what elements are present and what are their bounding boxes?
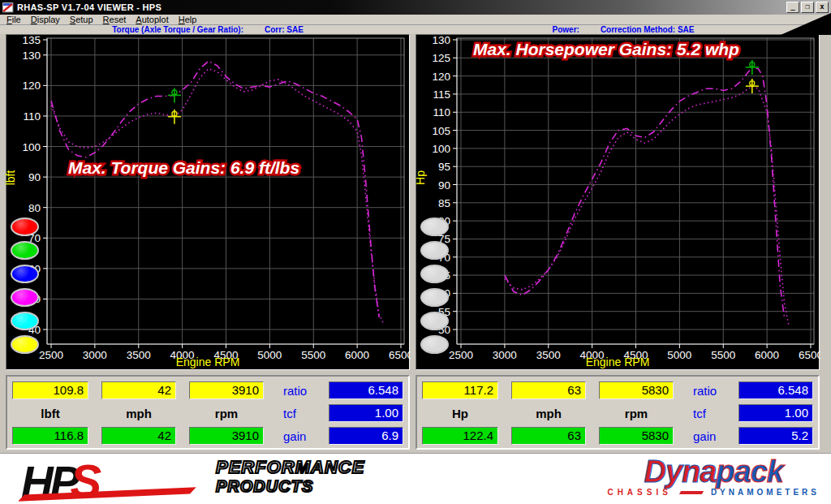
- speed-baseline-value-field: 63: [511, 381, 586, 399]
- power-plot[interactable]: 5055606570758085909510010511011512012513…: [416, 35, 820, 371]
- power-gain-annotation: Max. Horsepower Gains: 5.2 whp Max. Hors…: [473, 40, 739, 59]
- hp-modified-value-field: 122.4: [422, 427, 498, 445]
- charts-row: 4050607080901001101201301352500300035004…: [0, 34, 831, 370]
- svg-text:105: 105: [432, 125, 450, 137]
- speed-unit-label: mph: [101, 407, 176, 421]
- power-data-table: 117.2 63 5830 Hp mph rpm 122.4 63 5830 r…: [416, 375, 820, 450]
- dynapack-dynamometers-text: DYNAMOMETERS: [711, 488, 820, 497]
- hps-logo: HPS: [21, 454, 101, 504]
- torque-data-table: 109.8 42 3910 lbft mph rpm 116.8 42 3910…: [6, 375, 410, 450]
- svg-text:95: 95: [438, 161, 450, 173]
- svg-text:130: 130: [22, 50, 41, 62]
- panel-headers: Torque (Axle Torque / Gear Ratio): Corr:…: [0, 25, 831, 34]
- rpm-baseline-value-field: 5830: [599, 381, 674, 399]
- channel-button-5[interactable]: [420, 312, 449, 330]
- close-button[interactable]: x: [816, 2, 829, 13]
- torque-header-label: Torque (Axle Torque / Gear Ratio):: [112, 25, 243, 34]
- speed-baseline-value-field: 42: [101, 381, 176, 399]
- gain-label: gain: [283, 429, 306, 443]
- rpm-unit-label: rpm: [189, 407, 264, 421]
- power-header: Power: Correction Method: SAE: [416, 25, 831, 34]
- power-x-axis-label: Engine RPM: [416, 355, 819, 368]
- torque-baseline-value-field: 109.8: [12, 381, 88, 399]
- svg-text:115: 115: [433, 88, 450, 101]
- svg-text:125: 125: [432, 52, 450, 64]
- ratio-value-field: 6.548: [329, 381, 403, 399]
- gain-value-field: 5.2: [738, 427, 813, 445]
- svg-text:110: 110: [23, 110, 41, 123]
- dynapack-logo: Dynapack CHASSIS DYNAMOMETERS: [607, 456, 820, 497]
- hps-products-text: PRODUCTS: [216, 477, 364, 496]
- menu-bar: File Display Setup Reset Autoplot Help: [0, 15, 831, 25]
- tcf-value-field: 1.00: [329, 404, 403, 422]
- footer: HPS PERFORMANCE PRODUCTS Dynapack CHASSI…: [0, 453, 831, 504]
- menu-help[interactable]: Help: [174, 15, 202, 24]
- channel-button-2[interactable]: [11, 241, 39, 260]
- torque-plot[interactable]: 4050607080901001101201301352500300035004…: [6, 35, 411, 371]
- svg-text:110: 110: [433, 106, 450, 118]
- rpm-baseline-value-field: 3910: [189, 381, 264, 399]
- power-y-axis-label: Hp: [414, 170, 427, 185]
- hp-unit-label: Hp: [422, 407, 498, 421]
- torque-unit-label: lbft: [12, 407, 88, 421]
- hps-performance-text: PERFORMANCE: [216, 457, 364, 477]
- channel-button-3[interactable]: [420, 265, 449, 283]
- svg-text:130: 130: [432, 35, 450, 46]
- dynapack-logo-pack: pack: [716, 454, 783, 489]
- rpm-modified-value-field: 3910: [189, 427, 264, 445]
- channel-button-1[interactable]: [420, 218, 449, 236]
- channel-button-4[interactable]: [11, 288, 39, 307]
- torque-x-axis-label: Engine RPM: [6, 355, 409, 368]
- channel-button-4[interactable]: [420, 288, 449, 307]
- tcf-label: tcf: [283, 407, 296, 420]
- rpm-modified-value-field: 5830: [599, 427, 674, 445]
- channel-button-6[interactable]: [420, 335, 449, 354]
- svg-text:90: 90: [28, 171, 41, 183]
- restore-button[interactable]: ❐: [801, 2, 814, 13]
- gain-value-field: 6.9: [329, 427, 403, 445]
- svg-text:90: 90: [438, 179, 450, 192]
- hps-logo-words: PERFORMANCE PRODUCTS: [216, 457, 364, 496]
- tables-row: 109.8 42 3910 lbft mph rpm 116.8 42 3910…: [0, 370, 831, 453]
- power-header-label: Power:: [553, 25, 579, 34]
- dynapack-bar: [679, 491, 704, 494]
- menu-reset[interactable]: Reset: [98, 15, 131, 24]
- channel-button-6[interactable]: [11, 335, 39, 354]
- menu-file[interactable]: File: [2, 15, 26, 24]
- menu-setup[interactable]: Setup: [65, 15, 98, 24]
- svg-text:100: 100: [22, 141, 41, 153]
- ratio-value-field: 6.548: [738, 381, 813, 399]
- svg-text:120: 120: [22, 80, 41, 92]
- svg-text:120: 120: [432, 71, 450, 83]
- app-icon: [2, 2, 14, 13]
- dynapack-logo-dyna: Dyna: [644, 454, 716, 489]
- channel-button-3[interactable]: [11, 265, 39, 283]
- torque-header-corr: Corr: SAE: [265, 25, 304, 34]
- torque-header: Torque (Axle Torque / Gear Ratio): Corr:…: [0, 25, 416, 34]
- speed-modified-value-field: 63: [511, 427, 586, 445]
- window-title: RHAS-SP V1.7-04 VIEWER - HPS: [17, 2, 161, 12]
- speed-unit-label: mph: [511, 407, 586, 421]
- dynapack-chassis-text: CHASSIS: [607, 488, 671, 497]
- svg-text:80: 80: [28, 202, 41, 214]
- hp-baseline-value-field: 117.2: [422, 381, 498, 399]
- channel-button-2[interactable]: [420, 241, 449, 260]
- power-chart[interactable]: 5055606570758085909510010511011512012513…: [416, 34, 820, 370]
- power-header-corr: Correction Method: SAE: [601, 25, 695, 34]
- minimize-button[interactable]: _: [786, 2, 799, 13]
- ratio-label: ratio: [283, 384, 307, 398]
- tcf-label: tcf: [693, 407, 706, 420]
- channel-button-5[interactable]: [11, 312, 39, 330]
- speed-modified-value-field: 42: [101, 427, 176, 445]
- rpm-unit-label: rpm: [599, 407, 674, 421]
- tcf-value-field: 1.00: [738, 404, 813, 422]
- menu-autoplot[interactable]: Autoplot: [131, 15, 173, 24]
- svg-text:85: 85: [438, 197, 450, 209]
- channel-button-1[interactable]: [11, 218, 39, 236]
- torque-chart[interactable]: 4050607080901001101201301352500300035004…: [6, 34, 410, 370]
- ratio-label: ratio: [693, 384, 717, 398]
- title-bar: RHAS-SP V1.7-04 VIEWER - HPS _ ❐ x: [0, 0, 831, 15]
- menu-display[interactable]: Display: [26, 15, 65, 24]
- svg-text:100: 100: [432, 143, 450, 155]
- torque-y-axis-label: lbft: [4, 170, 17, 186]
